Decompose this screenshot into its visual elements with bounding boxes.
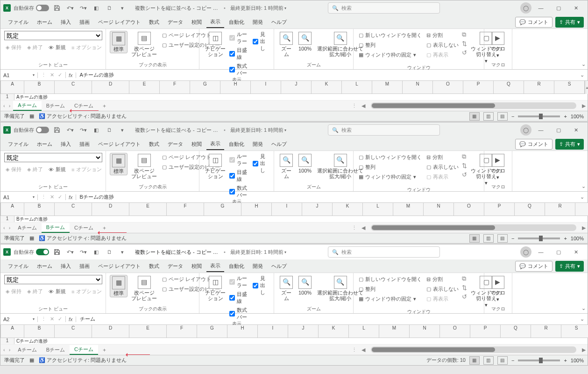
save-icon[interactable] [52,3,62,13]
grid[interactable]: A B C D E F G H I J K L M N O P Q R S ▲ [0,81,588,94]
redo-icon[interactable]: ↷▾ [78,125,88,135]
menu-layout[interactable]: ページ レイアウト [94,17,144,28]
undo-icon[interactable]: ↶▾ [65,3,75,13]
column-headers[interactable]: A B C D E F G H I J K L M N O P Q R S [1,81,585,94]
view-pagebreak-btn[interactable]: ▤ [497,112,508,121]
accessibility-status[interactable]: ♿ アクセシビリティ: 問題ありません [39,113,127,120]
zoom-slider[interactable] [518,115,560,117]
menu-insert[interactable]: 挿入 [57,17,75,28]
name-box[interactable]: A2 [0,316,38,322]
comment-button[interactable]: 💬コメント [515,17,553,28]
sheetview-new[interactable]: 👁新規 [47,43,67,52]
redo-icon[interactable]: ↷▾ [78,247,88,257]
record-macro-icon[interactable]: ▦ [29,113,34,119]
user-avatar[interactable]: ◯ [520,124,531,136]
undo-icon[interactable]: ↶▾ [65,125,75,135]
sheet-tab-a[interactable]: Aチーム [13,345,41,354]
formula-input[interactable]: チーム [76,316,576,323]
sheet-tab-a[interactable]: Aチーム [13,223,41,232]
menu-review[interactable]: 校閲 [188,17,205,28]
close-button[interactable]: ✕ [568,123,585,137]
name-box[interactable]: A1 [0,72,38,78]
split[interactable]: ⊟分割 [425,31,460,40]
sheet-tab-a[interactable]: Aチーム [13,101,41,111]
user-avatar[interactable]: ◯ [520,246,531,258]
view-normal-btn[interactable]: ▦ [469,112,480,121]
view-pagelayout-btn[interactable]: ▥ [483,112,494,121]
menu-view[interactable]: 表示 [206,16,224,28]
file-new-icon[interactable]: 🗋 [104,125,114,135]
macro[interactable]: ▶マクロ▾ [488,31,507,59]
reset-pos-icon[interactable]: ↺ [462,49,467,56]
fx-icon[interactable]: fx [66,72,76,78]
close-button[interactable]: ✕ [568,245,585,259]
tab-split-handle[interactable]: ⋮ [349,103,360,109]
zoom-in[interactable]: + [564,114,567,119]
close-button[interactable]: ✕ [568,1,585,14]
sheet-tab-c[interactable]: Cチーム [70,345,98,355]
check-headings[interactable]: 見出し [253,31,270,52]
menu-home[interactable]: ホーム [33,17,56,28]
autosave-toggle[interactable] [36,249,49,255]
menu-help[interactable]: ヘルプ [268,17,290,28]
maximize-button[interactable]: ▢ [550,123,567,137]
arrange[interactable]: ▢整列 [357,41,423,50]
touch-mode-icon[interactable]: ◧ [91,125,101,135]
formula-input[interactable]: Bチームの進捗 [76,194,576,201]
sheet-tab-b[interactable]: Bチーム [42,101,70,110]
menu-draw[interactable]: 描画 [76,17,93,28]
maximize-button[interactable]: ▢ [550,245,567,259]
comment-button[interactable]: 💬コメント [515,261,553,272]
share-button[interactable]: ⇪共有▾ [555,139,584,150]
check-gridlines[interactable]: 目盛線 [229,47,251,61]
check-ruler[interactable]: ルーラー [229,31,251,45]
view-side-icon[interactable]: ⧉ [462,31,467,38]
save-icon[interactable] [52,247,62,257]
formula-input[interactable]: Aチームの進捗 [76,72,576,79]
menu-data[interactable]: データ [164,17,187,28]
menu-dev[interactable]: 開発 [249,17,267,28]
minimize-button[interactable]: — [532,123,549,137]
hide[interactable]: ▢表示しない [425,41,460,50]
qat-more-icon[interactable]: ▾ [117,247,128,257]
file-new-icon[interactable]: 🗋 [104,247,114,257]
user-avatar[interactable]: ◯ [520,2,531,14]
hscroll[interactable] [371,102,576,109]
zoom-level[interactable]: 100% [571,114,584,119]
menu-file[interactable]: ファイル [4,17,32,28]
sheet-tab-c[interactable]: Cチーム [70,101,98,110]
comment-button[interactable]: 💬コメント [515,139,553,150]
add-sheet-button[interactable]: ＋ [98,102,111,109]
minimize-button[interactable]: — [532,245,549,259]
minimize-button[interactable]: — [532,1,549,14]
navigation[interactable]: ◫ナビゲー ション [203,31,227,58]
view-pagebreak[interactable]: ▤改ページ プレビュー [129,31,159,58]
sheet-tab-b[interactable]: Bチーム [42,223,70,233]
share-button[interactable]: ⇪共有▾ [555,261,584,272]
zoom-out[interactable]: − [511,114,514,119]
search-box[interactable]: 🔍検索 [328,246,440,258]
save-icon[interactable] [52,125,62,135]
undo-icon[interactable]: ↶▾ [65,247,75,257]
redo-icon[interactable]: ↷▾ [78,3,88,13]
autosave-toggle[interactable] [36,127,49,133]
touch-mode-icon[interactable]: ◧ [91,247,101,257]
name-box[interactable]: A1 [0,194,38,200]
search-box[interactable]: 🔍検索 [328,124,440,136]
qat-more-icon[interactable]: ▾ [117,125,128,135]
tab-next-icon[interactable]: › [9,103,11,108]
sync-scroll-icon[interactable]: ⇅ [462,40,467,47]
freeze-panes[interactable]: ▦ウィンドウ枠の固定▾ [357,50,423,59]
touch-mode-icon[interactable]: ◧ [91,3,101,13]
vscroll-up[interactable]: ▲ [585,81,588,94]
share-button[interactable]: ⇪共有▾ [555,17,584,28]
maximize-button[interactable]: ▢ [550,1,567,14]
new-window[interactable]: ▢新しいウィンドウを開く [357,31,423,40]
zoom[interactable]: 🔍ズーム [278,31,295,58]
sheet-tab-b[interactable]: Bチーム [42,345,70,354]
file-new-icon[interactable]: 🗋 [104,3,114,13]
expand-formula-icon[interactable]: ⌄ [576,72,588,78]
sheetview-select[interactable]: 既定 [4,31,102,40]
menu-automate[interactable]: 自動化 [225,17,248,28]
search-box[interactable]: 🔍 検索 [328,2,440,14]
